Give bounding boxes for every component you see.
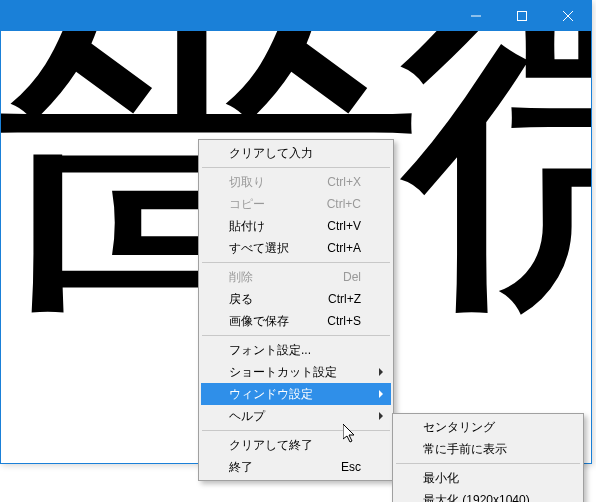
shortcut: Ctrl+A <box>327 241 361 255</box>
shortcut: Esc <box>341 460 361 474</box>
label: コピー <box>229 196 265 213</box>
label: ヘルプ <box>229 408 265 425</box>
context-menu: クリアして入力 切取り Ctrl+X コピー Ctrl+C 貼付け Ctrl+V… <box>198 139 394 481</box>
menu-window-settings[interactable]: ウィンドウ設定 <box>201 383 391 405</box>
label: 終了 <box>229 459 253 476</box>
shortcut: Del <box>343 270 361 284</box>
chevron-right-icon <box>379 412 383 420</box>
menu-font-settings[interactable]: フォント設定... <box>201 339 391 361</box>
menu-select-all[interactable]: すべて選択 Ctrl+A <box>201 237 391 259</box>
menu-separator <box>396 463 580 464</box>
menu-paste[interactable]: 貼付け Ctrl+V <box>201 215 391 237</box>
label: センタリング <box>423 419 495 436</box>
submenu-centering[interactable]: センタリング <box>395 416 581 438</box>
label: 貼付け <box>229 218 265 235</box>
window-settings-submenu: センタリング 常に手前に表示 最小化 最大化 (1920x1040) <box>392 413 584 502</box>
svg-rect-1 <box>518 12 527 21</box>
menu-help[interactable]: ヘルプ <box>201 405 391 427</box>
label: 削除 <box>229 269 253 286</box>
label: フォント設定... <box>229 342 311 359</box>
label: クリアして入力 <box>229 145 313 162</box>
menu-clear-input[interactable]: クリアして入力 <box>201 142 391 164</box>
menu-undo[interactable]: 戻る Ctrl+Z <box>201 288 391 310</box>
menu-save-image[interactable]: 画像で保存 Ctrl+S <box>201 310 391 332</box>
maximize-icon <box>517 11 527 21</box>
titlebar <box>1 1 591 31</box>
close-icon <box>563 11 573 21</box>
menu-copy[interactable]: コピー Ctrl+C <box>201 193 391 215</box>
label: 最小化 <box>423 470 459 487</box>
label: 戻る <box>229 291 253 308</box>
chevron-right-icon <box>379 390 383 398</box>
label: ショートカット設定 <box>229 364 337 381</box>
shortcut: Ctrl+S <box>327 314 361 328</box>
menu-separator <box>202 430 390 431</box>
menu-exit[interactable]: 終了 Esc <box>201 456 391 478</box>
menu-cut[interactable]: 切取り Ctrl+X <box>201 171 391 193</box>
submenu-maximize[interactable]: 最大化 (1920x1040) <box>395 489 581 502</box>
maximize-button[interactable] <box>499 1 545 31</box>
submenu-minimize[interactable]: 最小化 <box>395 467 581 489</box>
close-button[interactable] <box>545 1 591 31</box>
menu-separator <box>202 335 390 336</box>
minimize-button[interactable] <box>453 1 499 31</box>
shortcut: Ctrl+C <box>327 197 361 211</box>
shortcut: Ctrl+V <box>327 219 361 233</box>
label: すべて選択 <box>229 240 289 257</box>
chevron-right-icon <box>379 368 383 376</box>
minimize-icon <box>471 11 481 21</box>
label: 常に手前に表示 <box>423 441 507 458</box>
menu-shortcut-settings[interactable]: ショートカット設定 <box>201 361 391 383</box>
shortcut: Ctrl+X <box>327 175 361 189</box>
submenu-always-on-top[interactable]: 常に手前に表示 <box>395 438 581 460</box>
label: クリアして終了 <box>229 437 313 454</box>
menu-separator <box>202 262 390 263</box>
label: 画像で保存 <box>229 313 289 330</box>
menu-separator <box>202 167 390 168</box>
label: ウィンドウ設定 <box>229 386 313 403</box>
label: 切取り <box>229 174 265 191</box>
menu-delete[interactable]: 削除 Del <box>201 266 391 288</box>
shortcut: Ctrl+Z <box>328 292 361 306</box>
label: 最大化 (1920x1040) <box>423 492 530 503</box>
menu-clear-exit[interactable]: クリアして終了 <box>201 434 391 456</box>
